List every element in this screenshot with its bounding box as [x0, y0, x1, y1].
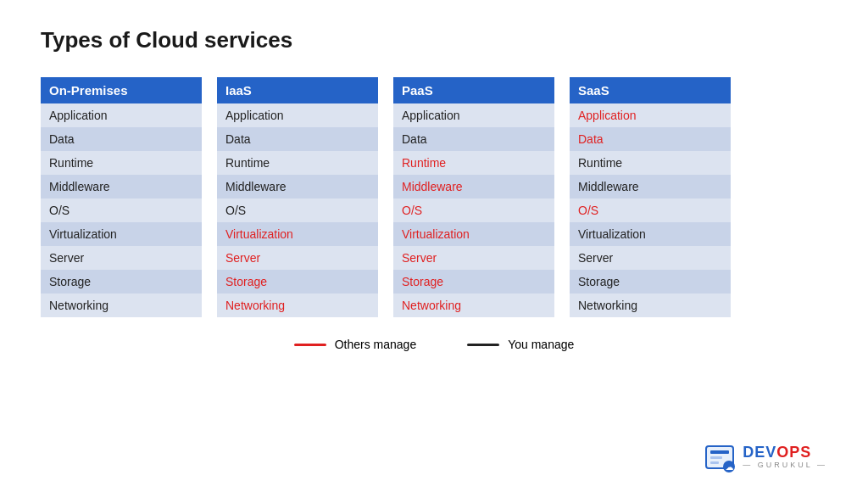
page-wrapper: Types of Cloud services On-PremisesAppli… [0, 0, 868, 368]
table-header-iaas: IaaS [217, 77, 378, 103]
table-cell-iaas-7: Storage [217, 270, 378, 294]
table-cell-saas-7: Storage [570, 270, 731, 294]
table-header-on-premises: On-Premises [41, 77, 202, 103]
table-cell-on-premises-7: Storage [41, 270, 202, 294]
table-cell-iaas-3: Middleware [217, 175, 378, 198]
table-cell-iaas-8: Networking [217, 294, 378, 317]
logo-dev: DEV [743, 444, 776, 461]
legend-you: You manage [467, 338, 574, 351]
table-cell-on-premises-0: Application [41, 103, 202, 127]
table-cell-paas-6: Server [393, 246, 554, 270]
table-cell-saas-0: Application [570, 103, 731, 127]
svg-rect-3 [710, 461, 719, 464]
table-header-paas: PaaS [393, 77, 554, 103]
cloud-table-on-premises: On-PremisesApplicationDataRuntimeMiddlew… [41, 77, 202, 317]
cloud-table-paas: PaaSApplicationDataRuntimeMiddlewareO/SV… [393, 77, 554, 317]
table-cell-iaas-4: O/S [217, 198, 378, 222]
table-cell-iaas-5: Virtualization [217, 222, 378, 246]
table-cell-paas-8: Networking [393, 294, 554, 317]
table-cell-saas-3: Middleware [570, 175, 731, 198]
table-cell-saas-2: Runtime [570, 151, 731, 175]
logo-area: ☁ DEVOPS — GURUKUL — [704, 441, 827, 473]
legend-area: Others manage You manage [41, 338, 827, 351]
table-cell-paas-7: Storage [393, 270, 554, 294]
legend-red-line [294, 344, 326, 346]
table-cell-on-premises-8: Networking [41, 294, 202, 317]
cloud-table-iaas: IaaSApplicationDataRuntimeMiddlewareO/SV… [217, 77, 378, 317]
logo-gurukul: — GURUKUL — [743, 461, 827, 470]
table-cell-saas-1: Data [570, 127, 731, 151]
legend-you-label: You manage [508, 338, 574, 351]
table-cell-paas-5: Virtualization [393, 222, 554, 246]
svg-text:☁: ☁ [726, 463, 733, 472]
table-header-saas: SaaS [570, 77, 731, 103]
table-cell-saas-5: Virtualization [570, 222, 731, 246]
logo-text: DEVOPS — GURUKUL — [743, 444, 827, 470]
table-cell-iaas-6: Server [217, 246, 378, 270]
svg-rect-2 [710, 456, 722, 459]
table-cell-paas-4: O/S [393, 198, 554, 222]
table-cell-paas-3: Middleware [393, 175, 554, 198]
logo-ops: OPS [776, 444, 811, 461]
devops-logo-icon: ☁ [704, 441, 736, 473]
page-title: Types of Cloud services [41, 27, 827, 53]
cloud-table-saas: SaaSApplicationDataRuntimeMiddlewareO/SV… [570, 77, 731, 317]
legend-others-label: Others manage [335, 338, 417, 351]
table-cell-paas-1: Data [393, 127, 554, 151]
table-cell-saas-4: O/S [570, 198, 731, 222]
tables-row: On-PremisesApplicationDataRuntimeMiddlew… [41, 77, 827, 317]
table-cell-on-premises-3: Middleware [41, 175, 202, 198]
svg-rect-1 [710, 450, 729, 454]
table-cell-on-premises-6: Server [41, 246, 202, 270]
table-cell-iaas-0: Application [217, 103, 378, 127]
table-cell-on-premises-4: O/S [41, 198, 202, 222]
table-cell-paas-2: Runtime [393, 151, 554, 175]
table-cell-saas-8: Networking [570, 294, 731, 317]
table-cell-on-premises-2: Runtime [41, 151, 202, 175]
table-cell-on-premises-5: Virtualization [41, 222, 202, 246]
table-cell-paas-0: Application [393, 103, 554, 127]
legend-others: Others manage [294, 338, 417, 351]
table-cell-on-premises-1: Data [41, 127, 202, 151]
logo-devops: DEVOPS [743, 444, 827, 461]
table-cell-saas-6: Server [570, 246, 731, 270]
legend-black-line [467, 344, 499, 346]
table-cell-iaas-2: Runtime [217, 151, 378, 175]
table-cell-iaas-1: Data [217, 127, 378, 151]
